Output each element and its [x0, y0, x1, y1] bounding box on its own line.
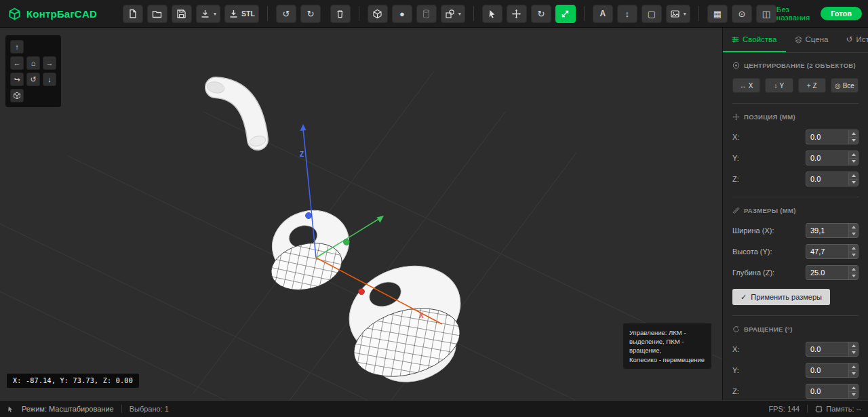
field-label: Ширина (X): — [732, 226, 774, 235]
spin-down-button[interactable] — [849, 391, 858, 399]
field-label: Y: — [732, 366, 739, 374]
spin-up-button[interactable] — [849, 363, 858, 370]
height-input[interactable] — [806, 245, 848, 258]
view-right-button[interactable]: → — [43, 56, 56, 70]
cylinder-icon — [421, 9, 431, 19]
gizmo-z-arrow[interactable] — [300, 124, 307, 131]
new-file-button[interactable] — [123, 5, 143, 23]
gizmo-y-handle[interactable] — [344, 239, 350, 245]
field-label: Z: — [732, 175, 739, 183]
add-sphere-button[interactable]: ● — [392, 5, 412, 23]
spinner — [848, 384, 858, 398]
arrow-up-icon: ↑ — [15, 43, 19, 51]
scale-tool-button[interactable] — [555, 5, 576, 23]
depth-input[interactable] — [806, 266, 848, 279]
redo-button[interactable]: ↻ — [300, 5, 321, 23]
ready-status-button[interactable]: Готов — [821, 7, 862, 20]
apply-dimensions-button[interactable]: ✓ Применить размеры — [732, 289, 830, 305]
view-turn-button[interactable]: ↪ — [10, 73, 24, 86]
spin-down-button[interactable] — [849, 179, 858, 186]
position-y-input[interactable] — [806, 151, 848, 165]
spin-down-button[interactable] — [849, 349, 858, 357]
layers-icon — [795, 36, 802, 43]
image-menu-button[interactable]: ▾ — [666, 5, 690, 23]
open-file-button[interactable] — [147, 5, 167, 23]
gizmo-z-handle[interactable] — [306, 213, 312, 219]
spin-down-button[interactable] — [849, 231, 858, 238]
section-divider — [732, 315, 859, 316]
spin-down-button[interactable] — [849, 137, 858, 144]
add-cube-button[interactable] — [368, 5, 388, 23]
tab-scene[interactable]: Сцена — [786, 28, 837, 52]
tooltip-line: Управление: ЛКМ - — [629, 328, 705, 337]
position-x-input[interactable] — [806, 130, 848, 144]
square-tool-button[interactable]: ▢ — [642, 5, 662, 23]
spin-down-button[interactable] — [849, 158, 858, 165]
field-label: Y: — [732, 154, 739, 162]
width-input[interactable] — [806, 224, 848, 237]
button-label: Применить размеры — [751, 293, 822, 301]
app-title: КонтрБагCAD — [26, 8, 97, 20]
spin-up-button[interactable] — [849, 172, 858, 179]
spinner — [848, 245, 858, 258]
export-stl-button[interactable]: STL — [224, 5, 259, 23]
spin-up-button[interactable] — [849, 130, 858, 137]
rotation-y-input[interactable] — [806, 363, 848, 377]
cube-icon — [372, 9, 382, 19]
spin-down-button[interactable] — [849, 273, 858, 280]
text-tool-icon: A — [600, 9, 606, 18]
panel-tabs: Свойства Сцена ↺ История — [723, 28, 868, 53]
view-down-button[interactable]: ↓ — [43, 73, 56, 86]
view-iso-button[interactable] — [10, 89, 24, 102]
view-left-button[interactable]: ← — [10, 56, 24, 70]
flip-vertical-button[interactable]: ↕ — [617, 5, 637, 23]
rotation-z-input[interactable] — [806, 384, 848, 398]
rotation-x-input[interactable] — [806, 342, 848, 356]
undo-icon: ↺ — [282, 9, 290, 19]
shapes-icon — [445, 9, 455, 19]
delete-button[interactable] — [330, 5, 351, 23]
tube-elbow-object[interactable] — [206, 80, 267, 147]
tab-properties[interactable]: Свойства — [723, 28, 786, 52]
settings-button[interactable]: ⊙ — [732, 5, 752, 23]
spin-up-button[interactable] — [849, 266, 858, 273]
add-cylinder-button[interactable] — [416, 5, 437, 23]
viewport-3d[interactable]: Z X ↑ ← ⌂ → ↪ ↺ ↓ — [0, 28, 722, 400]
top-toolbar: КонтрБагCAD ▾ STL ↺ ↻ — [0, 0, 868, 28]
spin-up-button[interactable] — [849, 245, 858, 252]
cube-logo-icon — [8, 7, 21, 20]
text-tool-button[interactable]: A — [593, 5, 613, 23]
center-all-button[interactable]: ◎ Все — [831, 78, 859, 93]
rotation-x-input-wrap — [806, 342, 859, 357]
select-tool-button[interactable] — [482, 5, 502, 23]
view-rotate-button[interactable]: ↺ — [26, 73, 40, 86]
spin-up-button[interactable] — [849, 384, 858, 391]
rotate-tool-button[interactable]: ↻ — [531, 5, 551, 23]
spin-down-button[interactable] — [849, 370, 858, 378]
add-shape-menu-button[interactable]: ▾ — [441, 5, 465, 23]
rotation-x-row: X: — [732, 342, 859, 357]
center-z-button[interactable]: + Z — [798, 78, 826, 93]
position-z-input[interactable] — [806, 172, 848, 186]
spin-up-button[interactable] — [849, 151, 858, 158]
gizmo-x-handle[interactable] — [359, 289, 365, 295]
grid-toggle-button[interactable]: ▦ — [707, 5, 728, 23]
move-tool-button[interactable] — [507, 5, 527, 23]
center-x-button[interactable]: ↔ X — [732, 78, 760, 93]
view-home-button[interactable]: ⌂ — [26, 56, 40, 70]
view-up-button[interactable]: ↑ — [10, 40, 24, 54]
panel-toggle-button[interactable]: ◫ — [756, 5, 776, 23]
spin-up-button[interactable] — [849, 342, 858, 349]
caret-down-icon: ▾ — [458, 11, 461, 17]
spin-down-button[interactable] — [849, 252, 858, 259]
undo-button[interactable]: ↺ — [276, 5, 296, 23]
spinner — [848, 342, 858, 356]
tab-history[interactable]: ↺ История — [837, 28, 868, 52]
save-button[interactable] — [172, 5, 192, 23]
spinner — [848, 363, 858, 377]
properties-panel: Свойства Сцена ↺ История ЦЕНТРИРОВАНИЕ (… — [722, 28, 868, 400]
spin-up-button[interactable] — [849, 224, 858, 231]
field-label: Глубина (Z): — [732, 269, 774, 277]
center-y-button[interactable]: ↕ Y — [765, 78, 793, 93]
export-menu-button[interactable]: ▾ — [196, 5, 220, 23]
